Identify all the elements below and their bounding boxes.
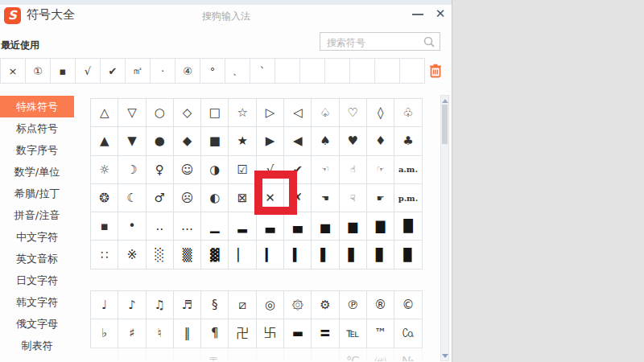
symbol-cell[interactable]: ® [366,290,394,319]
symbol-cell[interactable]: ♦ [366,126,394,155]
symbol-cell[interactable]: ♀ [146,155,174,184]
symbol-cell[interactable]: ♯ [118,319,146,348]
symbol-empty-cell[interactable] [91,348,118,361]
symbol-cell[interactable]: ※ [118,240,146,269]
symbol-cell[interactable]: ★ [228,126,256,155]
symbol-cell[interactable]: p.m. [394,183,422,212]
symbol-cell[interactable]: ☺ [173,155,201,184]
symbol-cell[interactable]: ♧ [394,98,422,127]
recent-empty-cell[interactable] [349,58,375,84]
recent-empty-cell[interactable] [324,58,350,84]
symbol-cell[interactable]: █ [394,212,422,241]
sidebar-item-6[interactable]: 中文字符 [0,226,74,248]
recent-symbol-cell[interactable]: 、 [225,58,250,84]
symbol-empty-cell[interactable] [256,348,284,361]
symbol-cell[interactable]: ▆ [339,212,367,241]
recent-symbol-cell[interactable]: ▪ [50,58,76,84]
recent-empty-cell[interactable] [275,58,300,84]
symbol-cell[interactable]: ◇ [173,98,201,127]
symbol-cell[interactable]: ● [146,126,174,155]
symbol-cell[interactable]: ▍ [283,240,312,269]
symbol-cell[interactable]: ▌ [311,240,339,269]
symbol-cell[interactable]: ▏ [228,240,256,269]
symbol-cell[interactable]: ‖ [173,319,201,348]
symbol-empty-cell[interactable] [311,348,339,361]
symbol-cell[interactable]: 〒 [200,348,229,361]
symbol-cell[interactable]: ⚙ [311,290,339,319]
symbol-cell[interactable]: ☾ [118,183,146,212]
recent-symbol-cell[interactable]: ④ [175,58,200,84]
symbol-cell[interactable]: □ [200,98,229,127]
symbol-cell[interactable]: ♫ [146,290,174,319]
symbol-empty-cell[interactable] [118,348,146,361]
symbol-cell[interactable]: ⊠ [228,183,256,212]
symbol-cell[interactable]: ▋ [339,240,367,269]
symbol-cell[interactable]: ◑ [200,155,229,184]
symbol-cell[interactable]: ◁ [283,98,312,127]
sidebar-item-11[interactable]: 制表符 [0,335,74,356]
symbol-cell[interactable]: ♬ [173,290,201,319]
symbol-cell[interactable]: ♮ [146,319,174,348]
recent-symbol-cell[interactable]: × [0,58,26,84]
symbol-cell[interactable]: ░ [146,240,174,269]
symbol-cell[interactable]: ℡ [339,319,367,348]
symbol-cell[interactable]: ▎ [256,240,284,269]
symbol-cell[interactable]: ♡ [339,98,367,127]
symbol-cell[interactable]: ◆ [173,126,201,155]
minimize-button[interactable] [409,3,427,23]
scroll-up-icon[interactable] [441,97,448,105]
symbol-cell[interactable]: ㈹ [366,348,394,361]
sidebar-item-10[interactable]: 俄文字母 [0,313,74,335]
symbol-cell[interactable]: ☹ [173,183,201,212]
symbol-empty-cell[interactable] [283,348,312,361]
symbol-cell[interactable]: ♣ [394,126,422,155]
symbol-cell[interactable]: ◊ [366,98,394,127]
symbol-cell[interactable]: ☚ [311,183,339,212]
symbol-cell[interactable]: ▓ [200,240,229,269]
symbol-cell[interactable]: ▂ [228,212,256,241]
symbol-cell[interactable]: ▅ [311,212,339,241]
symbol-cell[interactable]: ○ [146,98,174,127]
sidebar-item-1[interactable]: 标点符号 [0,117,74,139]
scrollbar-thumb[interactable] [442,105,448,144]
sidebar-item-3[interactable]: 数学/单位 [0,161,74,183]
symbol-cell[interactable]: ☛ [366,183,394,212]
symbol-cell[interactable]: ۞ [283,290,312,319]
symbol-cell[interactable]: ▇ [366,212,394,241]
symbol-cell[interactable]: ‥ [146,212,174,241]
symbol-cell[interactable]: ♩ [90,290,118,319]
symbol-cell[interactable]: ▷ [256,98,284,127]
recent-symbol-cell[interactable]: ✔ [100,58,126,84]
symbol-cell[interactable]: ⧄ [228,290,256,319]
symbol-cell[interactable]: • [118,212,146,241]
symbol-cell[interactable]: a.m. [394,155,422,184]
symbol-cell[interactable]: © [394,290,422,319]
symbol-cell[interactable]: ♂ [146,183,174,212]
sidebar-item-9[interactable]: 韩文字符 [0,291,74,313]
scroll-down-icon[interactable] [441,352,448,360]
sidebar-item-2[interactable]: 数字序号 [0,139,74,161]
symbol-cell[interactable]: ♠ [311,126,339,155]
recent-symbol-cell[interactable]: · [150,58,175,84]
search-input[interactable]: 搜索符号 [320,32,440,51]
sidebar-item-4[interactable]: 希腊/拉丁 [0,183,74,204]
symbol-cell[interactable]: ◀ [283,126,312,155]
recent-empty-cell[interactable] [374,58,400,84]
symbol-cell[interactable]: ♪ [118,290,146,319]
symbol-cell[interactable]: ∷ [90,240,118,269]
symbol-cell[interactable]: ▒ [173,240,201,269]
symbol-cell[interactable]: ▶ [256,126,284,155]
symbol-cell[interactable]: ☝ [339,155,367,184]
symbol-cell[interactable]: ☆ [228,98,256,127]
symbol-cell[interactable]: 〓 [311,319,339,348]
symbol-cell[interactable]: ▬ [283,319,312,348]
symbol-cell[interactable]: ▄ [283,212,312,241]
sidebar-item-7[interactable]: 英文音标 [0,248,74,269]
recent-empty-cell[interactable] [399,58,425,84]
search-icon[interactable] [423,35,436,51]
symbol-cell[interactable]: 卍 [228,319,256,348]
symbol-cell[interactable]: △ [90,98,118,127]
symbol-cell[interactable]: ℗ [339,290,367,319]
symbol-cell[interactable]: ■ [200,126,229,155]
close-button[interactable]: ✕ [431,5,449,23]
